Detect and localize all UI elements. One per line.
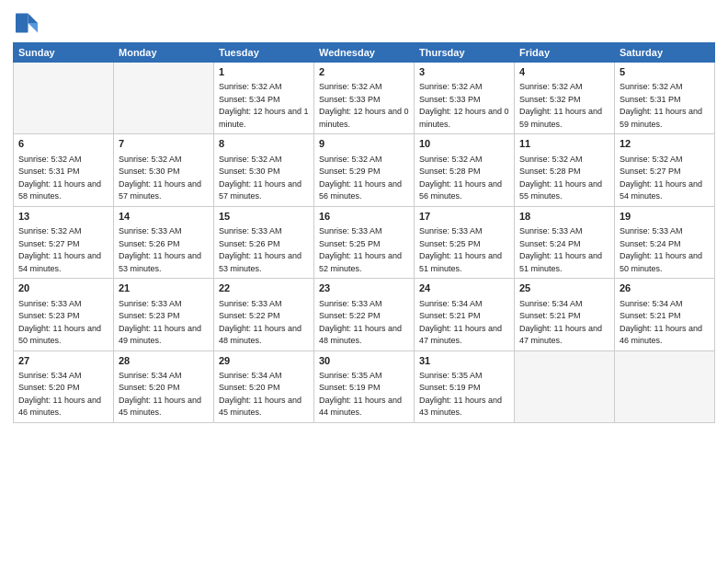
day-number: 24 [419,282,509,295]
calendar-cell: 8Sunrise: 5:32 AMSunset: 5:30 PMDaylight… [214,134,314,206]
calendar-cell: 1Sunrise: 5:32 AMSunset: 5:34 PMDaylight… [214,63,314,134]
day-number: 11 [519,137,609,151]
day-info: Sunrise: 5:32 AMSunset: 5:29 PMDaylight:… [319,154,409,203]
day-info: Sunrise: 5:32 AMSunset: 5:27 PMDaylight:… [18,225,108,275]
logo-icon [13,9,40,37]
day-number: 18 [519,210,609,224]
day-info: Sunrise: 5:34 AMSunset: 5:20 PMDaylight:… [219,370,309,419]
calendar-cell: 13Sunrise: 5:32 AMSunset: 5:27 PMDayligh… [14,206,114,278]
day-info: Sunrise: 5:33 AMSunset: 5:23 PMDaylight:… [18,298,108,348]
day-info: Sunrise: 5:32 AMSunset: 5:34 PMDaylight:… [219,81,309,131]
day-info: Sunrise: 5:34 AMSunset: 5:21 PMDaylight:… [519,298,609,348]
weekday-header: Friday [515,43,615,63]
day-number: 26 [620,282,710,295]
calendar-week-row: 1Sunrise: 5:32 AMSunset: 5:34 PMDaylight… [14,63,715,134]
day-info: Sunrise: 5:33 AMSunset: 5:24 PMDaylight:… [620,225,710,275]
day-info: Sunrise: 5:33 AMSunset: 5:25 PMDaylight:… [319,225,409,275]
weekday-header: Thursday [415,43,515,63]
day-number: 23 [319,282,409,295]
svg-marker-0 [28,14,39,24]
day-info: Sunrise: 5:32 AMSunset: 5:30 PMDaylight:… [219,154,309,203]
day-number: 1 [219,65,309,79]
day-number: 8 [219,137,309,151]
day-number: 20 [18,282,108,295]
day-info: Sunrise: 5:34 AMSunset: 5:21 PMDaylight:… [419,298,509,348]
day-number: 7 [119,137,209,151]
day-info: Sunrise: 5:35 AMSunset: 5:19 PMDaylight:… [319,370,409,419]
calendar-cell: 15Sunrise: 5:33 AMSunset: 5:26 PMDayligh… [214,206,314,278]
calendar-body: 1Sunrise: 5:32 AMSunset: 5:34 PMDaylight… [14,63,715,423]
day-info: Sunrise: 5:34 AMSunset: 5:20 PMDaylight:… [119,370,209,419]
calendar-cell: 20Sunrise: 5:33 AMSunset: 5:23 PMDayligh… [14,279,114,350]
calendar-cell: 2Sunrise: 5:32 AMSunset: 5:33 PMDaylight… [314,63,415,134]
day-number: 9 [319,137,409,151]
day-number: 21 [119,282,209,295]
weekday-header: Monday [114,43,214,63]
day-info: Sunrise: 5:33 AMSunset: 5:22 PMDaylight:… [219,298,309,348]
weekday-header: Saturday [615,43,715,63]
day-number: 17 [419,210,509,224]
calendar-cell: 6Sunrise: 5:32 AMSunset: 5:31 PMDaylight… [14,134,114,206]
day-number: 13 [18,210,108,224]
weekday-header: Sunday [14,43,114,63]
day-info: Sunrise: 5:33 AMSunset: 5:22 PMDaylight:… [319,298,409,348]
day-number: 14 [119,210,209,224]
calendar-week-row: 27Sunrise: 5:34 AMSunset: 5:20 PMDayligh… [14,350,715,422]
calendar-header-row: SundayMondayTuesdayWednesdayThursdayFrid… [14,43,715,63]
day-info: Sunrise: 5:34 AMSunset: 5:21 PMDaylight:… [620,298,710,348]
day-number: 3 [419,65,509,79]
calendar-cell: 30Sunrise: 5:35 AMSunset: 5:19 PMDayligh… [314,350,415,422]
day-info: Sunrise: 5:33 AMSunset: 5:23 PMDaylight:… [119,298,209,348]
calendar-cell: 10Sunrise: 5:32 AMSunset: 5:28 PMDayligh… [415,134,515,206]
day-number: 28 [119,354,209,368]
day-info: Sunrise: 5:32 AMSunset: 5:33 PMDaylight:… [419,81,509,131]
calendar-cell: 16Sunrise: 5:33 AMSunset: 5:25 PMDayligh… [314,206,415,278]
calendar-cell: 12Sunrise: 5:32 AMSunset: 5:27 PMDayligh… [615,134,715,206]
page-container: SundayMondayTuesdayWednesdayThursdayFrid… [0,0,728,431]
logo [13,9,44,37]
calendar-cell: 25Sunrise: 5:34 AMSunset: 5:21 PMDayligh… [515,279,615,350]
day-info: Sunrise: 5:33 AMSunset: 5:25 PMDaylight:… [419,225,509,275]
calendar-cell: 29Sunrise: 5:34 AMSunset: 5:20 PMDayligh… [214,350,314,422]
day-number: 12 [620,137,710,151]
calendar-cell: 17Sunrise: 5:33 AMSunset: 5:25 PMDayligh… [415,206,515,278]
day-info: Sunrise: 5:34 AMSunset: 5:20 PMDaylight:… [18,370,108,419]
calendar-cell [14,63,114,134]
day-info: Sunrise: 5:33 AMSunset: 5:26 PMDaylight:… [119,225,209,275]
calendar-week-row: 6Sunrise: 5:32 AMSunset: 5:31 PMDaylight… [14,134,715,206]
day-number: 30 [319,354,409,368]
day-info: Sunrise: 5:32 AMSunset: 5:33 PMDaylight:… [319,81,409,131]
day-number: 27 [18,354,108,368]
calendar-cell: 23Sunrise: 5:33 AMSunset: 5:22 PMDayligh… [314,279,415,350]
calendar-cell [114,63,214,134]
calendar-cell: 19Sunrise: 5:33 AMSunset: 5:24 PMDayligh… [615,206,715,278]
day-info: Sunrise: 5:33 AMSunset: 5:26 PMDaylight:… [219,225,309,275]
day-number: 29 [219,354,309,368]
day-number: 16 [319,210,409,224]
svg-marker-1 [28,23,39,33]
weekday-header: Tuesday [214,43,314,63]
calendar-cell: 24Sunrise: 5:34 AMSunset: 5:21 PMDayligh… [415,279,515,350]
calendar-cell [615,350,715,422]
day-info: Sunrise: 5:33 AMSunset: 5:24 PMDaylight:… [519,225,609,275]
calendar-cell: 21Sunrise: 5:33 AMSunset: 5:23 PMDayligh… [114,279,214,350]
day-number: 4 [519,65,609,79]
calendar-cell: 14Sunrise: 5:33 AMSunset: 5:26 PMDayligh… [114,206,214,278]
calendar-table: SundayMondayTuesdayWednesdayThursdayFrid… [13,42,715,423]
day-info: Sunrise: 5:32 AMSunset: 5:31 PMDaylight:… [620,81,710,131]
calendar-week-row: 20Sunrise: 5:33 AMSunset: 5:23 PMDayligh… [14,279,715,350]
svg-rect-2 [16,14,28,33]
day-info: Sunrise: 5:32 AMSunset: 5:32 PMDaylight:… [519,81,609,131]
day-number: 15 [219,210,309,224]
day-info: Sunrise: 5:32 AMSunset: 5:27 PMDaylight:… [620,154,710,203]
day-number: 6 [18,137,108,151]
weekday-header: Wednesday [314,43,415,63]
calendar-cell: 4Sunrise: 5:32 AMSunset: 5:32 PMDaylight… [515,63,615,134]
day-info: Sunrise: 5:32 AMSunset: 5:28 PMDaylight:… [519,154,609,203]
calendar-cell: 22Sunrise: 5:33 AMSunset: 5:22 PMDayligh… [214,279,314,350]
calendar-cell: 31Sunrise: 5:35 AMSunset: 5:19 PMDayligh… [415,350,515,422]
day-info: Sunrise: 5:32 AMSunset: 5:28 PMDaylight:… [419,154,509,203]
calendar-cell: 27Sunrise: 5:34 AMSunset: 5:20 PMDayligh… [14,350,114,422]
day-number: 5 [620,65,710,79]
calendar-cell: 3Sunrise: 5:32 AMSunset: 5:33 PMDaylight… [415,63,515,134]
